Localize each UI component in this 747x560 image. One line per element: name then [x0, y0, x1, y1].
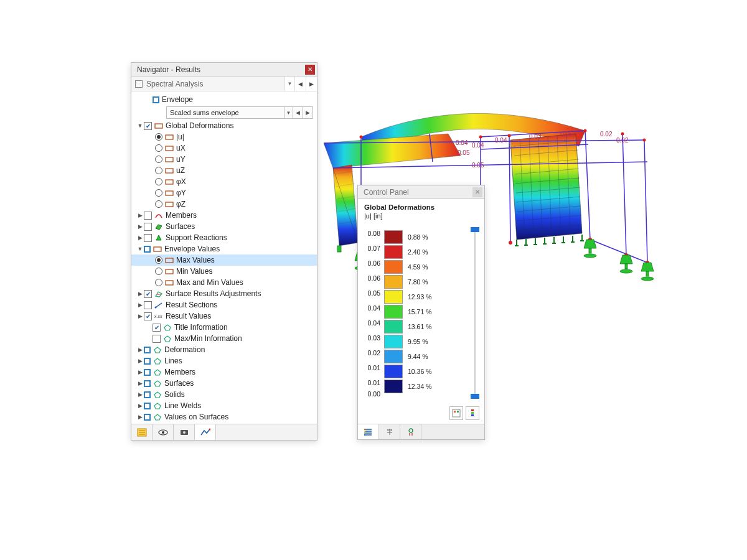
- tree-result_values[interactable]: ▶ ✔ x.xx Result Values: [131, 310, 317, 322]
- tree-gd-φX[interactable]: φX: [131, 176, 317, 187]
- chevron-right-icon[interactable]: ▶: [136, 291, 144, 297]
- legend-percent: 7.80 %: [403, 278, 428, 286]
- tree-surfaces2[interactable]: ▶ Surfaces: [131, 378, 317, 389]
- tree-title_information[interactable]: ✔ Title Information: [131, 322, 317, 333]
- tab-display[interactable]: [153, 424, 174, 440]
- chevron-right-icon[interactable]: ▶: [136, 414, 144, 420]
- radio-icon[interactable]: [155, 200, 162, 208]
- radio-checked-icon[interactable]: [155, 256, 162, 264]
- chevron-right-icon[interactable]: ▶: [136, 313, 144, 319]
- tree-max-min-values[interactable]: Max and Min Values: [131, 277, 317, 288]
- radio-icon[interactable]: [155, 279, 162, 286]
- checkbox-checked-icon[interactable]: ✔: [153, 324, 161, 332]
- prev-icon[interactable]: ◀: [293, 106, 303, 119]
- tree-support-reactions[interactable]: ▶ Support Reactions: [131, 232, 317, 243]
- chevron-down-icon[interactable]: ▼: [284, 77, 294, 91]
- svg-rect-42: [454, 411, 456, 413]
- row-icon: [154, 301, 163, 309]
- legend-row: 0.02 9.44 %: [363, 345, 479, 360]
- radio-icon[interactable]: [155, 189, 162, 197]
- row-icon: [153, 346, 162, 353]
- checkbox-checked-icon[interactable]: ✔: [144, 122, 152, 130]
- tree-values_on_surfaces[interactable]: ▶ Values on Surfaces: [131, 411, 317, 422]
- tree-gd-uZ[interactable]: uZ: [131, 165, 317, 176]
- checkbox-checked-icon[interactable]: ✔: [144, 290, 152, 298]
- tree-max-values[interactable]: Max Values: [131, 254, 317, 266]
- close-icon[interactable]: ✕: [472, 187, 482, 197]
- envelope-select[interactable]: Scaled sums envelope ▼ ◀ ▶: [166, 106, 313, 119]
- chevron-right-icon[interactable]: ▶: [136, 358, 144, 364]
- tree-lines[interactable]: ▶ Lines: [131, 355, 317, 366]
- next-icon[interactable]: ▶: [303, 106, 313, 119]
- chevron-right-icon[interactable]: ▶: [136, 391, 144, 398]
- svg-rect-32: [166, 281, 173, 285]
- legend-row: 0.05 12.93 %: [363, 286, 479, 301]
- tree-members2[interactable]: ▶ Members: [131, 366, 317, 378]
- tree-maxmin_information[interactable]: Max/Min Information: [131, 333, 317, 344]
- tree-surfaces[interactable]: ▶ Surfaces: [131, 221, 317, 232]
- tab-views[interactable]: [174, 424, 195, 440]
- svg-rect-22: [166, 135, 173, 139]
- tree-envelope[interactable]: Envelope: [131, 94, 317, 105]
- analysis-dropdown[interactable]: Spectral Analysis: [131, 77, 284, 91]
- tree-global-deformations[interactable]: ▼ ✔ Global Deformations: [131, 120, 317, 131]
- checkbox-checked-icon[interactable]: ✔: [144, 312, 152, 320]
- radio-icon[interactable]: [155, 156, 162, 163]
- chevron-right-icon[interactable]: ▶: [136, 223, 144, 230]
- tree-line_welds[interactable]: ▶ Line Welds: [131, 400, 317, 411]
- checkbox-icon[interactable]: [144, 223, 152, 231]
- tree-min-values[interactable]: Min Values: [131, 266, 317, 277]
- tree-gd-uX[interactable]: uX: [131, 142, 317, 154]
- chevron-down-icon[interactable]: ▼: [136, 123, 144, 129]
- tree-deformation[interactable]: ▶ Deformation: [131, 344, 317, 355]
- radio-icon[interactable]: [155, 178, 162, 185]
- chevron-right-icon[interactable]: ▶: [136, 302, 144, 308]
- chevron-right-icon[interactable]: ▶: [136, 235, 144, 241]
- chevron-right-icon[interactable]: ▶: [136, 212, 144, 218]
- tree-surface_results_adjustments[interactable]: ▶ ✔ Surface Results Adjustments: [131, 288, 317, 299]
- slider-handle-top[interactable]: [471, 227, 479, 232]
- chevron-down-icon[interactable]: ▼: [284, 106, 293, 119]
- nav-next-button[interactable]: ▶: [306, 77, 317, 91]
- tree-result_sections[interactable]: ▶ Result Sections: [131, 299, 317, 310]
- radio-checked-icon[interactable]: [155, 133, 162, 141]
- checkbox-icon[interactable]: [144, 212, 152, 220]
- surfaces-icon: [154, 223, 163, 230]
- control-panel-titlebar[interactable]: Control Panel ✕: [358, 185, 484, 199]
- legend-percent: 12.93 %: [403, 293, 432, 301]
- navigator-titlebar[interactable]: Navigator - Results ✕: [131, 63, 317, 77]
- slider-handle-bottom[interactable]: [471, 394, 479, 399]
- checkbox-icon[interactable]: [144, 301, 152, 309]
- legend-settings-button[interactable]: [466, 406, 479, 420]
- legend-row: 0.06 4.59 %: [363, 256, 479, 271]
- tree-gd-uY[interactable]: uY: [131, 154, 317, 165]
- cp-tab-filter[interactable]: [400, 424, 421, 439]
- nav-prev-button[interactable]: ◀: [294, 77, 306, 91]
- chevron-down-icon[interactable]: ▼: [136, 246, 144, 252]
- tree-members[interactable]: ▶ Members: [131, 210, 317, 221]
- tab-data[interactable]: [131, 424, 153, 440]
- deform-icon: [165, 189, 174, 197]
- edit-palette-button[interactable]: [449, 406, 463, 420]
- tree-solids[interactable]: ▶ Solids: [131, 389, 317, 400]
- cp-tab-factors[interactable]: [379, 424, 400, 439]
- chevron-right-icon[interactable]: ▶: [136, 380, 144, 386]
- tree-envelope-values[interactable]: ▼ Envelope Values: [131, 243, 317, 254]
- tree-gd-φY[interactable]: φY: [131, 187, 317, 198]
- legend-swatch: [384, 335, 403, 348]
- chevron-right-icon[interactable]: ▶: [136, 369, 144, 375]
- tree-gd-|u|[interactable]: |u|: [131, 131, 317, 142]
- chevron-right-icon[interactable]: ▶: [136, 347, 144, 353]
- svg-rect-25: [166, 169, 173, 173]
- cp-tab-colorscale[interactable]: [358, 424, 379, 439]
- checkbox-icon[interactable]: [144, 234, 152, 242]
- dropdown-icon: [135, 80, 143, 88]
- checkbox-icon[interactable]: [153, 335, 161, 343]
- tree-gd-φZ[interactable]: φZ: [131, 198, 317, 210]
- radio-icon[interactable]: [155, 268, 162, 275]
- close-icon[interactable]: ✕: [305, 65, 315, 75]
- radio-icon[interactable]: [155, 144, 162, 152]
- tab-results[interactable]: [195, 424, 216, 440]
- radio-icon[interactable]: [155, 167, 162, 174]
- chevron-right-icon[interactable]: ▶: [136, 403, 144, 409]
